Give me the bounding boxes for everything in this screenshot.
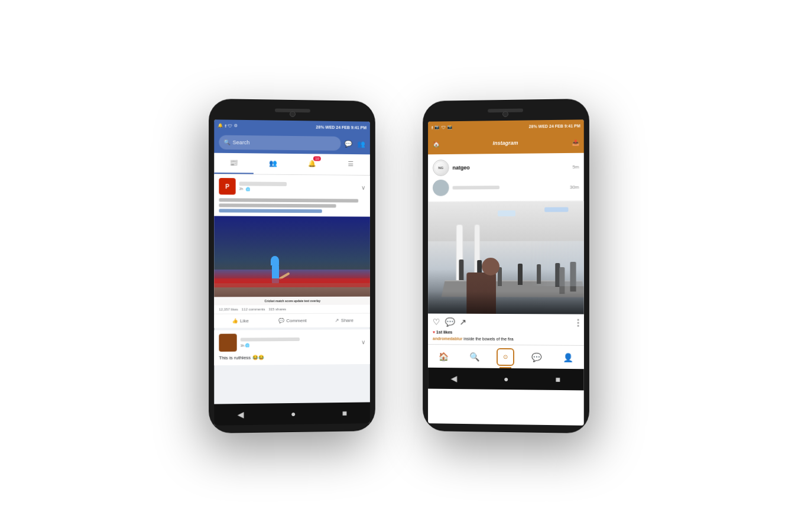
ig-share-btn[interactable]: ↗ <box>459 317 466 327</box>
floor-overlay <box>428 291 584 314</box>
fb-post-1-more[interactable]: ∨ <box>361 184 365 190</box>
fb-toolbar: 🔍 Search 💬 👥 <box>214 131 370 154</box>
ig-home-icon: 🏠 <box>433 141 440 147</box>
ig-home-nav-icon: 🏠 <box>439 352 449 361</box>
fb-post-1-actions: 👍 Like 💬 Comment ↗ Share <box>214 313 370 327</box>
fb-icon: f <box>225 124 226 128</box>
dot-2 <box>578 322 579 323</box>
person-1 <box>459 259 463 280</box>
ig-like-btn[interactable]: ♡ <box>433 317 440 326</box>
ig-heart-icon: ♥ <box>433 330 435 334</box>
tab-notifications[interactable]: 🔔 10 <box>293 154 332 175</box>
fb-post-2-avatar <box>219 334 236 352</box>
ig-notif-2-avatar-img <box>433 180 449 196</box>
ig-toolbar-right: 📤 <box>572 139 579 145</box>
fb-shares-count: 315 shares <box>268 307 286 311</box>
fb-bottom-nav: ◀ ● ■ <box>214 402 370 425</box>
dot-1 <box>578 319 579 320</box>
fb-share-btn[interactable]: ↗ Share <box>319 316 370 325</box>
fb-post-1-stats: 12,357 likes 112 comments 315 shares <box>214 305 370 314</box>
camera-icon: 📸 <box>447 125 453 129</box>
home-btn[interactable]: ● <box>291 409 296 419</box>
ig-notif-natgeo-left: NG natgeo <box>433 160 470 176</box>
fb-post-2-caption: This is ruthless 😂😂 <box>214 354 370 365</box>
ig-toolbar: 🏠 Instagram 📤 <box>428 131 584 154</box>
menu-icon: ☰ <box>348 160 353 168</box>
fb-post-2: 3h 🌐 ∨ This is ruthless 😂😂 <box>214 329 370 365</box>
fb-post-1-name <box>239 181 287 186</box>
fb-toolbar-actions: 💬 👥 <box>344 140 365 147</box>
foreground-head <box>482 258 500 275</box>
fb-post-1-info: 2h 🌐 <box>239 181 358 192</box>
ig-nav-search[interactable]: 🔍 <box>459 345 489 368</box>
fb-post-2-more[interactable]: ∨ <box>361 339 365 345</box>
fb-post-1-text <box>214 198 370 216</box>
ig-more-options[interactable] <box>578 319 579 326</box>
fb-status-left-icons: 🔔 f 🛡 ⚙ <box>218 123 238 128</box>
shield-icon: 🛡 <box>228 124 232 128</box>
fb-feed: P 2h 🌐 ∨ <box>214 174 370 404</box>
ig-search-nav-icon: 🔍 <box>469 352 479 361</box>
friend-requests-icon[interactable]: 👥 <box>357 140 365 148</box>
ig-recent-btn[interactable]: ■ <box>555 375 560 384</box>
ig-toolbar-left: 🏠 <box>433 141 440 147</box>
fb-post-2-meta: 3h 🌐 <box>241 342 358 347</box>
tab-menu[interactable]: ☰ <box>332 154 370 175</box>
ig-battery-pct: 28% <box>529 124 537 128</box>
airport-light-1 <box>498 210 515 216</box>
ig-notif-2-avatar <box>433 180 449 196</box>
ig-back-btn[interactable]: ◀ <box>451 374 458 383</box>
fb-post-2-shared <box>241 338 300 342</box>
ig-bottom-nav: 🏠 🔍 ⊙ 💬 👤 <box>428 344 584 369</box>
share-label: Share <box>341 318 353 323</box>
tab-news-feed[interactable]: 📰 <box>214 153 254 174</box>
ig-notif-2-time: 30m <box>570 184 579 190</box>
fb-post-1: P 2h 🌐 ∨ <box>214 174 370 328</box>
fb-status-time: 28% WED 24 FEB 9:41 PM <box>316 125 366 129</box>
share-icon: ↗ <box>335 318 339 323</box>
ig-home-btn[interactable]: ● <box>504 374 508 384</box>
messenger-icon[interactable]: 💬 <box>344 140 352 147</box>
fb-time: 9:41 PM <box>351 125 366 129</box>
fb-image-caption: Cricket match score update text overlay <box>218 299 366 303</box>
ig-activity-nav-icon: 💬 <box>531 352 541 362</box>
ig-action-buttons: ♡ 💬 ↗ <box>433 317 466 326</box>
fb-date: WED 24 FEB <box>325 125 350 129</box>
ig-status-time: 28% WED 24 FEB 9:41 PM <box>529 124 580 128</box>
fb-like-btn[interactable]: 👍 Like <box>214 316 267 325</box>
tab-friends[interactable]: 👥 <box>254 153 293 174</box>
ig-nav-camera[interactable]: ⊙ <box>490 345 521 368</box>
back-btn[interactable]: ◀ <box>238 410 244 419</box>
fb-post-1-image: Cricket match score update text overlay <box>214 216 370 305</box>
instagram-screen: f 📷 🛡 📸 28% WED 24 FEB 9:41 PM 🏠 Instagr… <box>428 119 584 426</box>
fb-post-2-time: 3h <box>241 344 245 348</box>
ig-nav-profile[interactable]: 👤 <box>552 346 583 369</box>
recent-btn[interactable]: ■ <box>342 408 347 418</box>
fb-text-link <box>219 209 322 213</box>
ig-natgeo-time: 5m <box>572 164 579 169</box>
fb-comment-btn[interactable]: 💬 Comment <box>267 316 319 325</box>
ig-icon: 📷 <box>434 125 440 129</box>
ig-nav-activity[interactable]: 💬 <box>521 345 552 369</box>
fb-comments-count: 112 comments <box>242 307 265 311</box>
ig-date: WED 24 FEB <box>539 124 563 128</box>
dot-3 <box>578 325 579 326</box>
ig-logo: Instagram <box>493 140 518 146</box>
ig-nav-home[interactable]: 🏠 <box>428 345 459 368</box>
search-icon: 🔍 <box>223 140 230 145</box>
ig-comment-btn[interactable]: 💬 <box>445 317 455 327</box>
fb-post-1-time: 2h <box>239 187 244 191</box>
fb-icon-2: f <box>432 125 433 129</box>
like-label: Like <box>240 318 249 323</box>
ig-camera-nav-icon: ⊙ <box>503 353 508 360</box>
like-icon: 👍 <box>232 318 238 323</box>
fb-search-bar[interactable]: 🔍 Search <box>219 135 340 151</box>
ig-notif-2-left <box>433 179 499 196</box>
corridor <box>529 241 584 286</box>
ig-send-icon[interactable]: 📤 <box>572 139 579 145</box>
ig-time: 9:41 PM <box>565 124 580 128</box>
ig-notifications: NG natgeo 5m 30m <box>428 153 584 202</box>
friends-icon: 👥 <box>269 160 277 167</box>
fb-post-2-info: 3h 🌐 <box>241 337 358 347</box>
ig-post-image <box>428 201 584 314</box>
